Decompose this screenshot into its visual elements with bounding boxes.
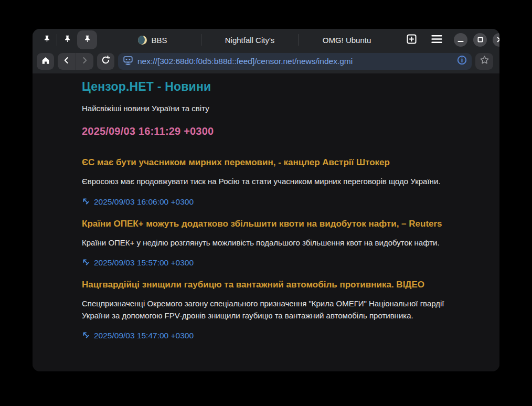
forward-icon xyxy=(80,56,89,67)
new-tab-icon xyxy=(407,34,417,46)
menu-button[interactable] xyxy=(428,31,445,49)
url-bar[interactable]: nex://[302:68d0:f0d5:b88d::feed]/censor.… xyxy=(118,53,472,70)
close-icon xyxy=(497,35,500,45)
article-timestamp: 2025/09/03 15:57:00 +0300 xyxy=(94,258,194,268)
forward-button[interactable] xyxy=(76,53,93,70)
close-button[interactable] xyxy=(493,33,499,47)
news-article: Нацгвардійці знищили гаубицю та вантажни… xyxy=(82,279,450,340)
pinned-tab-3-active[interactable] xyxy=(77,30,97,49)
home-icon xyxy=(41,56,50,67)
home-button[interactable] xyxy=(37,53,54,70)
hamburger-icon xyxy=(431,35,442,46)
new-tab-button[interactable] xyxy=(402,31,420,49)
moon-icon xyxy=(138,36,147,45)
reload-button[interactable] xyxy=(97,53,114,70)
link-arrow-icon xyxy=(82,258,89,268)
link-arrow-icon xyxy=(82,197,89,207)
feed-timestamp-heading: 2025/09/03 16:11:29 +0300 xyxy=(82,125,450,137)
article-title: Нацгвардійці знищили гаубицю та вантажни… xyxy=(82,279,450,291)
bookmark-button[interactable] xyxy=(475,53,493,70)
browser-window: BBS Nightfall City's OMG! Ubuntu xyxy=(33,29,499,371)
link-arrow-icon xyxy=(82,331,89,340)
article-timestamp: 2025/09/03 15:47:00 +0300 xyxy=(94,331,194,340)
article-title: ЄС має бути учасником мирних перемовин, … xyxy=(82,157,450,168)
pin-icon xyxy=(63,35,71,45)
tab-label: Nightfall City's xyxy=(225,36,275,45)
history-button-group xyxy=(58,53,93,70)
article-timestamp-link[interactable]: 2025/09/03 15:47:00 +0300 xyxy=(82,331,194,340)
page-title: Цензор.НЕТ - Новини xyxy=(82,80,450,94)
news-article: ЄС має бути учасником мирних перемовин, … xyxy=(82,157,450,207)
page-info-icon[interactable] xyxy=(457,55,467,67)
minimize-icon xyxy=(457,35,464,45)
page-content: Цензор.НЕТ - Новини Найсвіжіші новини Ук… xyxy=(33,73,499,371)
navigation-bar: nex://[302:68d0:f0d5:b88d::feed]/censor.… xyxy=(33,51,499,73)
minimize-button[interactable] xyxy=(454,33,467,47)
url-text[interactable]: nex://[302:68d0:f0d5:b88d::feed]/censor.… xyxy=(137,57,452,66)
tab-bbs[interactable]: BBS xyxy=(104,30,201,49)
tab-bar: BBS Nightfall City's OMG! Ubuntu xyxy=(33,29,499,51)
page-subtitle: Найсвіжіші новини України та світу xyxy=(82,104,450,113)
pinned-tab-2[interactable] xyxy=(57,30,77,49)
star-icon xyxy=(480,55,490,67)
maximize-button[interactable] xyxy=(473,33,487,47)
tab-label: OMG! Ubuntu xyxy=(323,36,371,45)
maximize-icon xyxy=(477,35,483,45)
article-summary: Спецпризначенці Окремого загону спеціаль… xyxy=(82,298,450,322)
article-summary: Євросоюз має продовжувати тиск на Росію … xyxy=(82,176,450,188)
article-timestamp-link[interactable]: 2025/09/03 16:06:00 +0300 xyxy=(82,197,194,207)
news-article: Країни ОПЕК+ можуть додатково збільшити … xyxy=(82,218,450,268)
article-timestamp-link[interactable]: 2025/09/03 15:57:00 +0300 xyxy=(82,258,194,268)
reload-icon xyxy=(101,56,110,67)
tab-label: BBS xyxy=(151,36,167,45)
pinned-tab-1[interactable] xyxy=(37,30,57,49)
pin-icon xyxy=(43,35,51,45)
back-button[interactable] xyxy=(58,53,76,70)
article-summary: Країни ОПЕК+ у неділю розглянуть можливі… xyxy=(82,237,450,249)
article-timestamp: 2025/09/03 16:06:00 +0300 xyxy=(94,197,194,207)
pin-icon xyxy=(83,35,91,45)
tab-nightfall-citys[interactable]: Nightfall City's xyxy=(201,30,298,49)
tab-omg-ubuntu[interactable]: OMG! Ubuntu xyxy=(299,30,395,49)
back-icon xyxy=(62,56,71,67)
terminal-icon xyxy=(123,56,133,67)
article-title: Країни ОПЕК+ можуть додатково збільшити … xyxy=(82,218,450,230)
